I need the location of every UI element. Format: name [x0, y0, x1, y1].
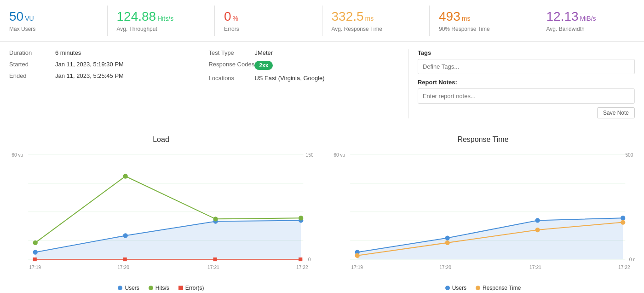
- svg-text:17:21: 17:21: [207, 265, 219, 270]
- svg-point-41: [621, 220, 625, 224]
- svg-point-38: [355, 253, 360, 258]
- metric-label-avg-throughput: Avg. Throughput: [117, 26, 206, 32]
- info-row-duration: Duration 6 minutes: [9, 49, 190, 56]
- legend-hits: Hits/s: [149, 285, 169, 291]
- metric-label-max-users: Max Users: [9, 26, 98, 32]
- tags-input[interactable]: [418, 59, 635, 74]
- save-note-button[interactable]: Save Note: [597, 107, 635, 118]
- svg-point-35: [445, 235, 450, 240]
- svg-text:60 vu: 60 vu: [12, 152, 23, 158]
- info-row-started: Started Jan 11, 2023, 5:19:30 PM: [9, 61, 190, 68]
- info-row-response-codes: Response Codes 2xx: [208, 61, 389, 70]
- metric-max-users: 50VU Max Users: [0, 6, 108, 36]
- svg-point-40: [535, 228, 540, 232]
- info-row-locations: Locations US East (Virginia, Google): [208, 75, 389, 82]
- load-chart-title: Load: [5, 135, 317, 144]
- svg-point-13: [33, 240, 38, 245]
- info-col-middle: Test Type JMeter Response Codes 2xx Loca…: [208, 49, 389, 118]
- metric-label-errors: Errors: [224, 26, 313, 32]
- svg-text:150: 150: [306, 152, 313, 158]
- metric-value-avg-bandwidth: 12.13MiB/s: [546, 9, 635, 24]
- legend-rt-users: Users: [445, 285, 466, 291]
- svg-text:17:19: 17:19: [29, 265, 41, 270]
- response-time-chart-svg: 60 vu 500 ms 0 ms 17:19: [331, 147, 635, 281]
- metric-avg-bandwidth: 12.13MiB/s Avg. Bandwidth: [537, 6, 644, 36]
- response-time-chart-area: 60 vu 500 ms 0 ms 17:19: [331, 147, 635, 281]
- legend-users: Users: [118, 285, 139, 291]
- svg-text:17:20: 17:20: [117, 265, 129, 270]
- metric-value-avg-throughput: 124.88Hits/s: [117, 9, 206, 24]
- svg-text:17:22: 17:22: [296, 265, 308, 270]
- response-time-chart-title: Response Time: [327, 135, 639, 144]
- load-chart-legend: Users Hits/s Error(s): [5, 285, 317, 291]
- metric-value-errors: 0%: [224, 9, 313, 24]
- response-time-chart-legend: Users Response Time: [327, 285, 639, 291]
- charts-section: Load 60 vu 150 0: [0, 126, 644, 293]
- metric-avg-response-time: 332.5ms Avg. Response Time: [322, 6, 430, 36]
- svg-point-15: [213, 217, 218, 221]
- svg-marker-8: [35, 220, 301, 259]
- svg-marker-33: [357, 218, 623, 259]
- svg-text:17:22: 17:22: [618, 265, 630, 270]
- load-chart-container: Load 60 vu 150 0: [0, 131, 322, 291]
- response-time-chart-container: Response Time 60 vu 500 ms 0 ms: [322, 131, 644, 291]
- svg-text:60 vu: 60 vu: [334, 152, 345, 158]
- metric-avg-throughput: 124.88Hits/s Avg. Throughput: [108, 6, 215, 36]
- svg-text:17:19: 17:19: [351, 265, 363, 270]
- svg-rect-20: [299, 258, 302, 261]
- load-chart-area: 60 vu 150 0: [9, 147, 313, 281]
- svg-point-39: [445, 240, 450, 245]
- metric-value-max-users: 50VU: [9, 9, 98, 24]
- metric-label-p90-response-time: 90% Response Time: [439, 26, 528, 32]
- report-notes-input[interactable]: [418, 88, 635, 104]
- metrics-bar: 50VU Max Users 124.88Hits/s Avg. Through…: [0, 0, 644, 42]
- svg-point-36: [535, 218, 540, 223]
- info-row-ended: Ended Jan 11, 2023, 5:25:45 PM: [9, 72, 190, 79]
- svg-text:17:21: 17:21: [529, 265, 541, 270]
- metric-value-avg-response-time: 332.5ms: [332, 9, 420, 24]
- legend-errors: Error(s): [178, 285, 204, 291]
- metric-label-avg-response-time: Avg. Response Time: [332, 26, 420, 32]
- svg-point-10: [123, 233, 128, 238]
- legend-response-time: Response Time: [476, 285, 521, 291]
- svg-text:500 ms: 500 ms: [625, 152, 635, 158]
- svg-rect-18: [123, 258, 127, 261]
- tags-label: Tags: [418, 49, 635, 56]
- svg-text:0 ms: 0 ms: [629, 257, 635, 262]
- load-chart-svg: 60 vu 150 0: [9, 147, 313, 281]
- svg-point-16: [299, 216, 303, 220]
- info-col-left: Duration 6 minutes Started Jan 11, 2023,…: [9, 49, 190, 118]
- svg-rect-19: [213, 258, 217, 261]
- info-section: Duration 6 minutes Started Jan 11, 2023,…: [0, 42, 644, 126]
- svg-point-37: [621, 216, 625, 220]
- metric-errors: 0% Errors: [215, 6, 322, 36]
- svg-text:0: 0: [308, 257, 311, 262]
- metric-label-avg-bandwidth: Avg. Bandwidth: [546, 26, 635, 32]
- metric-p90-response-time: 493ms 90% Response Time: [430, 6, 537, 36]
- svg-point-14: [123, 174, 128, 178]
- notes-label: Report Notes:: [418, 79, 635, 86]
- svg-rect-17: [33, 258, 37, 261]
- response-code-badge: 2xx: [254, 61, 273, 70]
- svg-text:17:20: 17:20: [439, 265, 451, 270]
- metric-value-p90-response-time: 493ms: [439, 9, 528, 24]
- tags-col: Tags Report Notes: Save Note: [408, 49, 635, 118]
- svg-point-9: [33, 250, 38, 254]
- info-row-test-type: Test Type JMeter: [208, 49, 389, 56]
